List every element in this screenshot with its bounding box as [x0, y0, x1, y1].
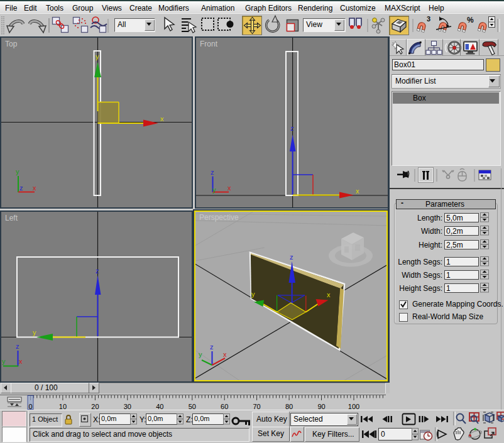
svg-text:60: 60 — [221, 403, 228, 410]
svg-text:y: y — [33, 329, 36, 336]
svg-text:%: % — [467, 16, 474, 25]
svg-text:x: x — [227, 184, 231, 192]
svg-text:0: 0 — [28, 403, 32, 410]
svg-text:z: z — [96, 267, 99, 275]
svg-text:z: z — [19, 184, 23, 192]
svg-text:3: 3 — [427, 15, 430, 23]
svg-text:y: y — [96, 53, 99, 60]
svg-text:100: 100 — [348, 403, 359, 410]
svg-text:y: y — [2, 358, 6, 365]
svg-text:80: 80 — [285, 403, 293, 410]
svg-text:40: 40 — [156, 403, 163, 410]
svg-text:x: x — [33, 184, 36, 192]
svg-text:90: 90 — [317, 403, 325, 410]
svg-text:x: x — [19, 358, 23, 365]
svg-text:50: 50 — [189, 403, 196, 410]
svg-text:z: z — [290, 253, 293, 261]
svg-text:z: z — [211, 168, 214, 176]
svg-text:10: 10 — [59, 403, 67, 410]
svg-text:30: 30 — [124, 403, 131, 410]
svg-text:20: 20 — [91, 403, 99, 410]
svg-text:z: z — [210, 343, 214, 351]
svg-text:y: y — [199, 351, 202, 358]
svg-text:x: x — [327, 291, 331, 298]
svg-text:x: x — [223, 351, 227, 358]
svg-text:x: x — [356, 187, 359, 195]
svg-text:y: y — [251, 290, 255, 298]
svg-text:70: 70 — [253, 403, 260, 410]
svg-text:z: z — [290, 124, 294, 132]
svg-text:y: y — [212, 186, 216, 194]
svg-text:x: x — [160, 115, 164, 123]
svg-text:y: y — [16, 168, 19, 175]
svg-text:z: z — [16, 342, 19, 350]
